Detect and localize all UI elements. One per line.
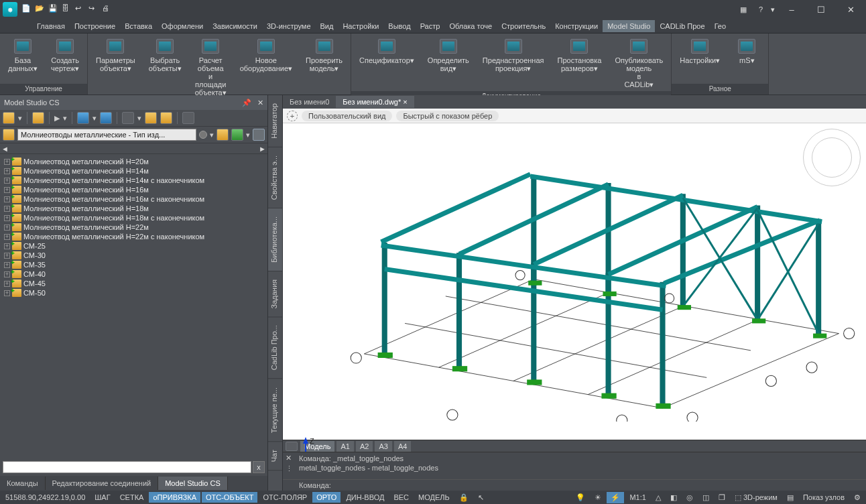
menu-вывод[interactable]: Вывод [383,20,415,32]
menu-главная[interactable]: Главная [32,20,70,32]
ribbon-настройки-[interactable]: Настройки▾ [676,36,724,84]
panel-pin-icon[interactable]: 📌 [242,99,251,107]
filter-icon[interactable] [122,112,134,124]
side-tab[interactable]: Текущие пе... [268,379,282,442]
open-icon[interactable]: 📂 [35,4,46,15]
expand-icon[interactable]: + [4,262,10,268]
cmd-close-icon[interactable]: ✕ [286,454,292,462]
ribbon-проверить-модель-[interactable]: Проверитьмодель▾ [302,36,347,99]
save-icon[interactable]: 💾 [48,4,59,15]
panel-scroll-bar[interactable]: ◄ ► [0,143,267,154]
dot-icon[interactable] [199,131,207,139]
sheet-tab[interactable]: А1 [336,441,353,452]
expand-icon[interactable]: + [4,168,10,174]
status-toggle-модель[interactable]: МОДЕЛЬ [414,492,454,503]
side-tab[interactable]: Навигатор [268,95,282,147]
view-chip-user[interactable]: Пользовательский вид [302,111,392,121]
sun-icon[interactable]: ☀ [591,492,605,503]
ribbon-преднастроенная-проекция-[interactable]: Преднастроеннаяпроекция▾ [479,36,548,91]
tree-item[interactable]: +СМ-30 [1,251,266,260]
redo-icon[interactable]: ↪ [88,4,99,15]
menu-растр[interactable]: Растр [416,20,445,32]
side-tab[interactable]: Чат [268,442,282,470]
side-tab[interactable]: CadLib Про... [268,317,282,379]
command-prompt[interactable]: Команда: [283,479,866,491]
status-3d[interactable]: ⬚ 3D-режим [731,492,782,503]
ribbon-расчет-объема-и-площади-объекта-[interactable]: Расчетобъемаиплощадиобъекта▾ [191,36,231,99]
box-icon[interactable]: ◧ [666,492,681,503]
scroll-right-icon[interactable]: ► [259,145,266,153]
refresh-icon[interactable] [231,129,243,141]
expand-icon[interactable]: + [4,178,10,184]
expand-icon[interactable]: + [4,225,10,231]
folder-icon[interactable] [3,129,15,141]
list2-icon[interactable] [100,112,112,124]
expand-icon[interactable]: + [4,234,10,240]
tree-item[interactable]: +Молниеотвод металлический H=16м с након… [1,194,266,204]
print-icon[interactable]: 🖨 [102,4,113,15]
search-lock-icon[interactable] [253,129,265,141]
expand-icon[interactable]: + [4,253,10,259]
expand-icon[interactable]: + [4,271,10,277]
menu-настройки[interactable]: Настройки [338,20,383,32]
window-minimize[interactable]: – [779,0,804,19]
status-toggle-шаг[interactable]: ШАГ [90,492,114,503]
view-cube[interactable] [803,129,861,186]
panel-tab[interactable]: Model Studio CS [158,477,228,490]
expand-icon[interactable]: + [4,196,10,202]
window-maximize[interactable]: ☐ [808,0,834,19]
scroll-left-icon[interactable]: ◄ [1,145,9,153]
gear-icon[interactable]: ⚙ [850,492,865,503]
menu-облака-точе[interactable]: Облака точе [444,20,497,32]
menu-строительнь[interactable]: Строительнь [497,20,550,32]
expand-icon[interactable]: + [4,187,10,193]
status-nodes[interactable]: Показ узлов [799,492,849,503]
expand-icon[interactable]: + [4,215,10,221]
clear-search-button[interactable]: x [253,461,265,473]
drawing-canvas[interactable]: Z X [283,123,866,440]
status-toggle-вес[interactable]: ВЕС [389,492,413,503]
cube-icon[interactable]: ❒ [715,492,729,503]
expand-icon[interactable]: + [4,290,10,296]
view-chip-mode[interactable]: Быстрый с показом рёбер [396,111,499,121]
sheet-tab[interactable]: А2 [356,441,373,452]
tree-item[interactable]: +СМ-45 [1,279,266,288]
panel-tab[interactable]: Редактирование соединений [46,477,159,490]
search-input[interactable] [3,461,251,473]
menu-cadlib-прое[interactable]: CADLib Прое [655,20,709,32]
side-tab[interactable]: Задания [268,271,282,317]
flash-icon[interactable]: ⚡ [607,492,624,503]
tree-item[interactable]: +Молниеотвод металлический H=18м [1,204,266,213]
tree-item[interactable]: +СМ-25 [1,241,266,251]
ribbon-спецификатор-[interactable]: Спецификатор▾ [355,36,418,91]
panel-tab[interactable]: Команды [0,477,46,490]
status-toggle-сетка[interactable]: СЕТКА [116,492,148,503]
tree-item[interactable]: +Молниеотвод металлический H=14м с након… [1,176,266,185]
expand-icon[interactable]: + [4,159,10,165]
cursor-icon[interactable]: ↖ [474,492,488,503]
status-toggle-орто[interactable]: ОРТО [312,492,341,503]
case-icon[interactable] [160,112,172,124]
tree-item[interactable]: +Молниеотвод металлический H=18м с након… [1,213,266,223]
status-toggle-дин-ввод[interactable]: ДИН-ВВОД [342,492,388,503]
document-tab[interactable]: Без имени0.dwg* × [336,96,414,108]
grid-icon[interactable]: ◫ [698,492,713,503]
side-tab[interactable]: Библиотека... [268,208,282,271]
ribbon-опубликовать-модель-в-cadlib-[interactable]: ОпубликоватьмодельвCADLib▾ [611,36,667,91]
menu-зависимости[interactable]: Зависимости [208,20,262,32]
panel-close-icon[interactable]: ✕ [257,99,263,107]
play-icon[interactable]: ▶ [54,114,60,123]
status-toggle-отс-объект[interactable]: ОТС-ОБЪЕКТ [202,492,257,503]
add-view-button[interactable]: + [287,111,298,121]
import-icon[interactable] [32,112,44,124]
sheet-tab[interactable]: А4 [394,441,411,452]
open-icon[interactable] [216,129,229,141]
ribbon-параметры-объекта-[interactable]: Параметрыобъекта▾ [92,36,139,99]
tree-item[interactable]: +СМ-50 [1,288,266,298]
undo-icon[interactable]: ↩ [75,4,86,15]
saveall-icon[interactable]: 🗄 [62,4,72,15]
ribbon-ms-[interactable]: mS▾ [729,36,764,84]
cmd-grip-icon[interactable]: ⋮ [286,464,293,473]
layers-icon[interactable]: ▤ [783,492,798,503]
tree-item[interactable]: +Молниеотвод металлический H=22м [1,223,266,232]
